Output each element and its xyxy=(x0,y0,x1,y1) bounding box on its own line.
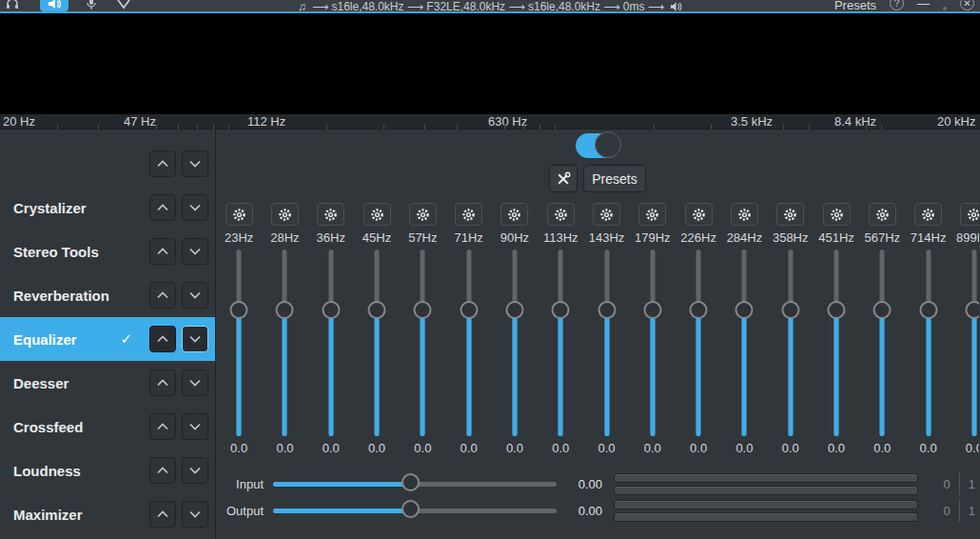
close-button[interactable]: ✕ xyxy=(960,0,974,10)
slider-fill xyxy=(237,313,242,436)
band-settings-button[interactable] xyxy=(685,203,713,226)
slider-handle[interactable] xyxy=(276,301,294,319)
slider-track xyxy=(604,250,609,436)
move-down-button[interactable] xyxy=(182,282,208,309)
sidebar-item[interactable]: Reverberation xyxy=(0,273,215,317)
band-gain-slider[interactable] xyxy=(768,247,813,439)
band-gain-slider[interactable] xyxy=(308,247,354,439)
band-settings-button[interactable] xyxy=(455,203,482,226)
slider-handle[interactable] xyxy=(368,301,386,319)
move-down-button[interactable] xyxy=(182,457,208,484)
slider-handle[interactable] xyxy=(828,301,846,319)
band-gain-slider[interactable] xyxy=(400,247,445,439)
band-frequency-label: 714Hz xyxy=(911,230,947,247)
slider-handle[interactable] xyxy=(919,301,937,319)
slider-handle[interactable] xyxy=(414,301,432,319)
slider-handle[interactable] xyxy=(402,500,420,518)
help-button[interactable]: ? xyxy=(890,0,904,10)
band-gain-slider[interactable] xyxy=(538,247,583,439)
band-gain-slider[interactable] xyxy=(676,247,721,439)
band-gain-slider[interactable] xyxy=(216,247,262,439)
slider-handle[interactable] xyxy=(230,301,248,319)
slider-handle[interactable] xyxy=(781,301,799,319)
slider-handle[interactable] xyxy=(552,301,570,319)
sidebar-item[interactable]: Deesser xyxy=(0,361,215,405)
io-gain-slider[interactable] xyxy=(269,500,560,521)
minimize-button[interactable]: — xyxy=(917,0,930,10)
move-up-button[interactable] xyxy=(149,457,176,484)
gear-icon xyxy=(830,208,844,222)
move-down-button[interactable] xyxy=(182,369,208,396)
band-settings-button[interactable] xyxy=(960,203,979,226)
sidebar-item-label: Stereo Tools xyxy=(13,244,132,260)
move-up-button[interactable] xyxy=(149,413,176,440)
band-gain-slider[interactable] xyxy=(905,247,951,439)
band-gain-value: 0.0 xyxy=(323,441,340,455)
move-down-button[interactable] xyxy=(182,150,208,177)
band-settings-button[interactable] xyxy=(823,203,851,226)
band-gain-slider[interactable] xyxy=(721,247,767,439)
move-up-button[interactable] xyxy=(149,150,176,177)
sidebar-item[interactable]: Crystalizer xyxy=(0,186,215,230)
sidebar-item[interactable]: Crossfeed xyxy=(0,405,215,449)
equalizer-presets-button[interactable]: Presets xyxy=(583,165,646,192)
sidebar-item[interactable]: Stereo Tools xyxy=(0,230,215,273)
band-gain-slider[interactable] xyxy=(951,247,979,439)
band-gain-slider[interactable] xyxy=(354,247,400,439)
slider-handle[interactable] xyxy=(735,301,754,319)
slider-handle[interactable] xyxy=(598,301,616,319)
effects-sidebar: Crystalizer Stereo Tools xyxy=(0,130,216,539)
band-gain-slider[interactable] xyxy=(630,247,676,439)
equalizer-enable-toggle[interactable] xyxy=(576,133,619,158)
band-gain-slider[interactable] xyxy=(813,247,859,439)
band-settings-button[interactable] xyxy=(638,203,666,226)
band-gain-slider[interactable] xyxy=(859,247,905,439)
slider-fill xyxy=(742,313,747,436)
slider-handle[interactable] xyxy=(643,301,661,319)
slider-handle[interactable] xyxy=(505,301,523,319)
slider-handle[interactable] xyxy=(460,301,478,319)
presets-menu-button[interactable]: Presets xyxy=(834,0,876,12)
move-up-button[interactable] xyxy=(149,282,176,309)
move-up-button[interactable] xyxy=(149,501,176,528)
move-down-button[interactable] xyxy=(182,238,208,265)
band-settings-button[interactable] xyxy=(271,203,299,226)
band-settings-button[interactable] xyxy=(776,203,804,226)
band-settings-button[interactable] xyxy=(547,203,575,226)
move-down-button[interactable] xyxy=(182,501,208,528)
band-settings-button[interactable] xyxy=(409,203,437,226)
move-up-button[interactable] xyxy=(149,238,176,265)
band-settings-button[interactable] xyxy=(363,203,391,226)
chevron-down-icon xyxy=(189,467,201,474)
header-controls: Presets ? — ✕ xyxy=(834,0,974,13)
band-gain-slider[interactable] xyxy=(445,247,491,439)
slider-handle[interactable] xyxy=(873,301,892,319)
sidebar-item[interactable]: Maximizer xyxy=(0,492,215,536)
band-gain-slider[interactable] xyxy=(492,247,538,439)
band-settings-button[interactable] xyxy=(731,203,758,226)
band-settings-button[interactable] xyxy=(317,203,344,226)
equalizer-settings-button[interactable] xyxy=(549,165,578,192)
sidebar-item[interactable]: Equalizer ✓ xyxy=(0,317,215,361)
move-down-button[interactable] xyxy=(182,413,208,440)
band-settings-button[interactable] xyxy=(225,203,253,226)
band-settings-button[interactable] xyxy=(914,203,942,226)
move-down-button[interactable] xyxy=(182,326,208,352)
band-settings-button[interactable] xyxy=(593,203,620,226)
sidebar-item[interactable] xyxy=(0,142,215,186)
band-settings-button[interactable] xyxy=(869,203,896,226)
band-gain-slider[interactable] xyxy=(262,247,307,439)
io-gain-slider[interactable] xyxy=(269,473,560,494)
sidebar-item[interactable]: Loudness xyxy=(0,449,215,492)
move-up-button[interactable] xyxy=(149,194,176,221)
move-down-button[interactable] xyxy=(182,194,208,221)
band-settings-button[interactable] xyxy=(500,203,528,226)
slider-handle[interactable] xyxy=(965,301,979,319)
slider-handle[interactable] xyxy=(402,473,420,491)
chevron-up-icon xyxy=(157,510,168,518)
slider-handle[interactable] xyxy=(690,301,708,319)
band-gain-slider[interactable] xyxy=(583,247,629,439)
slider-handle[interactable] xyxy=(322,301,340,319)
move-up-button[interactable] xyxy=(149,369,176,396)
move-up-button[interactable] xyxy=(149,326,176,352)
